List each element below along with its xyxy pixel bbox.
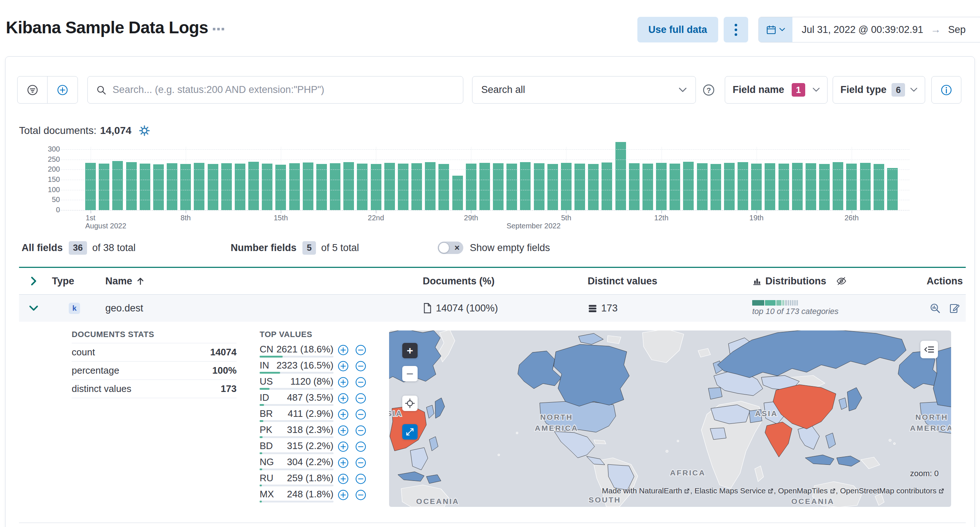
top-value-count: 318 (2.3%) bbox=[287, 424, 334, 436]
map-zoom-level: zoom: 0 bbox=[910, 469, 939, 478]
filter-out-value-button[interactable] bbox=[355, 392, 366, 404]
filter-for-value-button[interactable] bbox=[337, 360, 349, 372]
date-range-end[interactable]: Sep bbox=[948, 24, 966, 35]
menu-left-icon bbox=[924, 344, 935, 355]
filter-out-value-button[interactable] bbox=[355, 376, 366, 388]
filter-for-value-button[interactable] bbox=[337, 392, 349, 404]
stats-row: distinct values173 bbox=[72, 380, 237, 398]
top-value-code: NG bbox=[259, 457, 274, 468]
column-header-name[interactable]: Name bbox=[105, 276, 423, 287]
number-fields-count-badge: 5 bbox=[302, 241, 316, 255]
filter-for-value-button[interactable] bbox=[337, 441, 349, 452]
column-header-distributions[interactable]: Distributions bbox=[752, 276, 915, 287]
filter-out-value-button[interactable] bbox=[355, 409, 366, 420]
histogram-bar bbox=[316, 164, 327, 210]
plus-in-circle-icon bbox=[337, 409, 349, 420]
filter-for-value-button[interactable] bbox=[337, 425, 349, 436]
column-header-distinct[interactable]: Distinct values bbox=[588, 276, 752, 287]
y-axis-tick-label: 100 bbox=[19, 185, 60, 194]
top-value-row: BR411 (2.9%) bbox=[259, 407, 373, 423]
expand-all-button[interactable] bbox=[25, 272, 42, 290]
filter-for-value-button[interactable] bbox=[337, 457, 349, 468]
attribution-link[interactable]: OpenMapTiles bbox=[778, 486, 828, 495]
top-value-count: 304 (2.2%) bbox=[287, 457, 334, 468]
show-empty-fields-toggle[interactable]: × bbox=[438, 241, 463, 254]
histogram-bar bbox=[643, 164, 653, 210]
date-range-start[interactable]: Jul 31, 2022 @ 00:39:02.91 bbox=[802, 24, 923, 35]
filter-for-value-button[interactable] bbox=[337, 489, 349, 501]
map-fit-to-data-button[interactable] bbox=[402, 396, 418, 411]
filter-for-value-button[interactable] bbox=[337, 473, 349, 485]
filter-out-value-button[interactable] bbox=[355, 360, 366, 372]
map-legend-toggle-button[interactable] bbox=[920, 341, 938, 358]
filter-out-value-button[interactable] bbox=[355, 441, 366, 452]
country-russia bbox=[718, 331, 906, 378]
column-header-documents[interactable]: Documents (%) bbox=[423, 276, 588, 287]
toggle-filter-bar-button[interactable] bbox=[18, 77, 47, 103]
filter-for-value-button[interactable] bbox=[337, 344, 349, 356]
top-value-code: RU bbox=[259, 473, 274, 484]
page-header: Kibana Sample Data Logs Use full data Ju… bbox=[0, 0, 980, 56]
info-button[interactable] bbox=[931, 76, 961, 104]
attribution-link[interactable]: Elastic Maps Service bbox=[694, 486, 766, 495]
kebab-menu-button[interactable] bbox=[724, 17, 748, 42]
distribution-caption: top 10 of 173 categories bbox=[752, 307, 838, 316]
histogram-bar bbox=[167, 163, 177, 210]
attribution-link[interactable]: OpenStreetMap contributors bbox=[840, 486, 937, 495]
external-link-icon bbox=[938, 488, 945, 494]
filter-icon bbox=[26, 84, 39, 96]
y-axis-tick-label: 0 bbox=[19, 206, 60, 214]
attribution-link[interactable]: Made with NaturalEarth bbox=[602, 486, 682, 495]
edit-field-button[interactable] bbox=[947, 300, 963, 316]
chart-gridline bbox=[57, 200, 909, 200]
field-type-filter-button[interactable]: Field type 6 bbox=[833, 76, 925, 104]
x-axis-tick-label: 15th bbox=[274, 214, 288, 222]
chart-settings-button[interactable] bbox=[138, 125, 150, 136]
filter-for-value-button[interactable] bbox=[337, 409, 349, 420]
top-value-code: ID bbox=[259, 392, 269, 403]
top-value-bar-fill bbox=[259, 388, 269, 390]
plus-in-circle-icon bbox=[337, 473, 349, 485]
top-value-bar-track bbox=[259, 388, 334, 390]
toggle-knob bbox=[438, 242, 449, 253]
use-full-data-button[interactable]: Use full data bbox=[637, 17, 718, 42]
field-name-filter-button[interactable]: Field name 1 bbox=[725, 76, 827, 104]
title-options-icon[interactable] bbox=[213, 28, 224, 30]
search-scope-select[interactable]: Search all bbox=[472, 76, 696, 104]
add-filter-button[interactable] bbox=[47, 77, 77, 103]
filter-out-value-button[interactable] bbox=[355, 425, 366, 436]
top-value-bar-fill bbox=[259, 436, 262, 438]
filter-out-value-button[interactable] bbox=[355, 473, 366, 485]
x-axis-tick-label: 29th bbox=[464, 214, 478, 222]
minus-in-circle-icon bbox=[355, 377, 366, 388]
filter-out-value-button[interactable] bbox=[355, 489, 366, 501]
filter-for-value-button[interactable] bbox=[337, 376, 349, 388]
map-zoom-out-button[interactable]: − bbox=[402, 366, 418, 381]
x-axis-tick-label: 5th bbox=[561, 214, 571, 222]
chevron-down-icon bbox=[29, 303, 38, 313]
world-map[interactable]: NORTH AMERICA ASIA ASIA AFRICA OCEANIA O… bbox=[389, 331, 951, 507]
filter-out-value-button[interactable] bbox=[355, 457, 366, 468]
collapse-row-button[interactable] bbox=[25, 299, 42, 317]
explore-in-lens-button[interactable] bbox=[927, 300, 943, 316]
crosshair-icon bbox=[405, 398, 415, 409]
search-input[interactable] bbox=[113, 84, 455, 96]
field-row-geo-dest[interactable]: k geo.dest 14074 (100%) 173 top 10 of 17… bbox=[19, 295, 966, 322]
query-help-button[interactable]: ? bbox=[698, 83, 720, 97]
header-actions: Use full data Jul 31, 2022 @ 00:39:02.91… bbox=[637, 17, 980, 42]
quick-select-button[interactable] bbox=[759, 17, 792, 42]
hide-distributions-button[interactable] bbox=[836, 276, 847, 287]
top-value-row: PK318 (2.3%) bbox=[259, 423, 373, 439]
search-box bbox=[88, 76, 463, 104]
plot-area: 1st8th15th22nd29th5th12th19th26thAugust … bbox=[62, 142, 904, 210]
choropleth-map[interactable]: NORTH AMERICA ASIA ASIA AFRICA OCEANIA O… bbox=[389, 331, 951, 507]
stats-row: count14074 bbox=[72, 343, 237, 362]
column-header-type[interactable]: Type bbox=[52, 276, 105, 287]
date-range-picker[interactable]: Jul 31, 2022 @ 00:39:02.91 → Sep bbox=[759, 17, 980, 42]
histogram-bar bbox=[588, 164, 598, 210]
histogram-bar bbox=[235, 164, 245, 210]
map-expand-button[interactable] bbox=[402, 424, 418, 439]
filter-out-value-button[interactable] bbox=[355, 344, 366, 356]
distribution-segment bbox=[752, 300, 764, 306]
map-zoom-in-button[interactable]: + bbox=[402, 343, 418, 358]
